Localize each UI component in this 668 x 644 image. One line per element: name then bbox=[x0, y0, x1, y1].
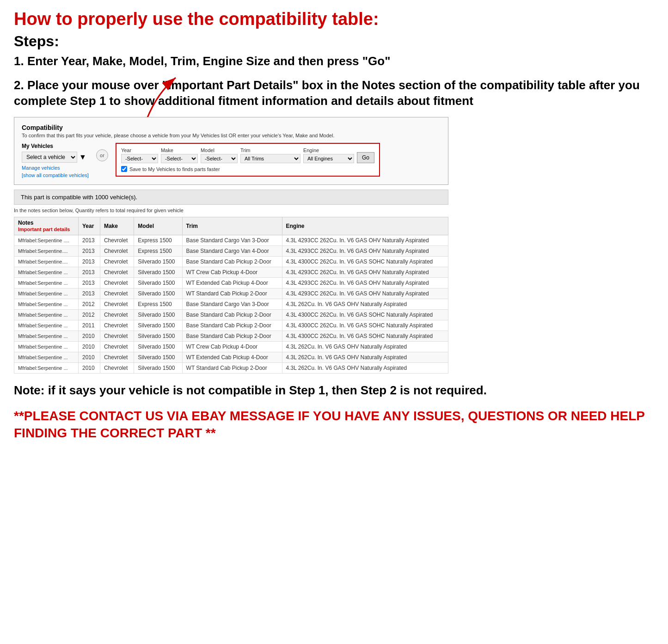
year-select[interactable]: -Select- bbox=[121, 154, 158, 163]
table-row: Mfrlabel:Serpentine ...2012ChevroletExpr… bbox=[14, 299, 448, 310]
notes-cell: Mfrlabel:Serpentine ... bbox=[14, 267, 79, 278]
table-cell: Silverado 1500 bbox=[134, 257, 182, 267]
table-cell: Chevrolet bbox=[100, 320, 134, 331]
step1-text: 1. Enter Year, Make, Model, Trim, Engine… bbox=[14, 54, 654, 69]
table-cell: WT Extended Cab Pickup 4-Door bbox=[182, 278, 282, 288]
table-cell: WT Extended Cab Pickup 4-Door bbox=[182, 352, 282, 363]
table-cell: Base Standard Cab Pickup 2-Door bbox=[182, 257, 282, 267]
table-cell: Chevrolet bbox=[100, 363, 134, 374]
col-model: Model bbox=[134, 217, 182, 235]
go-button[interactable]: Go bbox=[357, 152, 374, 163]
table-row: Mfrlabel:Serpentine ...2012ChevroletSilv… bbox=[14, 310, 448, 320]
table-cell: Chevrolet bbox=[100, 278, 134, 288]
table-cell: 4.3L 4293CC 262Cu. In. V6 GAS OHV Natura… bbox=[282, 235, 448, 246]
notes-cell: Mfrlabel:Serpentine ... bbox=[14, 331, 79, 342]
compat-desc: To confirm that this part fits your vehi… bbox=[22, 133, 441, 138]
table-cell: Express 1500 bbox=[134, 246, 182, 257]
table-cell: Base Standard Cab Pickup 2-Door bbox=[182, 331, 282, 342]
table-row: Mfrlabel:Serpentine....2013ChevroletSilv… bbox=[14, 257, 448, 267]
table-cell: Base Standard Cargo Van 3-Door bbox=[182, 235, 282, 246]
table-cell: Silverado 1500 bbox=[134, 267, 182, 278]
table-cell: 2013 bbox=[79, 246, 100, 257]
table-cell: 2010 bbox=[79, 352, 100, 363]
table-row: Mfrlabel:Serpentine ...2013ChevroletSilv… bbox=[14, 288, 448, 299]
dropdown-icon: ▼ bbox=[79, 153, 86, 161]
note-text: Note: if it says your vehicle is not com… bbox=[14, 383, 654, 399]
col-engine: Engine bbox=[282, 217, 448, 235]
notes-cell: Mfrlabel:Serpentine ... bbox=[14, 342, 79, 352]
table-cell: 4.3L 4293CC 262Cu. In. V6 GAS OHV Natura… bbox=[282, 246, 448, 257]
notes-cell: Mfrlabel:Serpentine ... bbox=[14, 288, 79, 299]
manage-vehicles-link[interactable]: Manage vehicles bbox=[22, 165, 89, 171]
steps-title: Steps: bbox=[14, 33, 654, 50]
table-row: Mfrlabel:Serpentine ...2011ChevroletSilv… bbox=[14, 320, 448, 331]
table-cell: Chevrolet bbox=[100, 352, 134, 363]
table-cell: 4.3L 262Cu. In. V6 GAS OHV Naturally Asp… bbox=[282, 342, 448, 352]
table-cell: 4.3L 262Cu. In. V6 GAS OHV Naturally Asp… bbox=[282, 299, 448, 310]
table-cell: 4.3L 4293CC 262Cu. In. V6 GAS OHV Natura… bbox=[282, 288, 448, 299]
compatibility-table: Notes Important part details Year Make M… bbox=[14, 217, 448, 374]
table-cell: Chevrolet bbox=[100, 235, 134, 246]
table-cell: Chevrolet bbox=[100, 267, 134, 278]
col-make: Make bbox=[100, 217, 134, 235]
compatibility-widget: Compatibility To confirm that this part … bbox=[14, 117, 448, 185]
table-row: Mfrlabel:Serpentine ...2010ChevroletSilv… bbox=[14, 352, 448, 363]
notes-cell: Mfrlabel:Serpentine ... bbox=[14, 310, 79, 320]
table-cell: 4.3L 4293CC 262Cu. In. V6 GAS OHV Natura… bbox=[282, 267, 448, 278]
table-row: Mfrlabel:Serpentine ....2013ChevroletExp… bbox=[14, 235, 448, 246]
table-cell: 4.3L 4300CC 262Cu. In. V6 GAS SOHC Natur… bbox=[282, 310, 448, 320]
or-divider: or bbox=[96, 149, 108, 161]
save-checkbox[interactable] bbox=[121, 166, 127, 172]
table-cell: Chevrolet bbox=[100, 246, 134, 257]
table-cell: Silverado 1500 bbox=[134, 320, 182, 331]
notes-cell: Mfrlabel:Serpentine ... bbox=[14, 363, 79, 374]
table-row: Mfrlabel:Serpentine ...2013ChevroletSilv… bbox=[14, 267, 448, 278]
table-cell: WT Crew Cab Pickup 4-Door bbox=[182, 267, 282, 278]
model-label: Model bbox=[201, 147, 238, 153]
col-notes: Notes Important part details bbox=[14, 217, 79, 235]
table-cell: Chevrolet bbox=[100, 299, 134, 310]
model-select[interactable]: -Select- bbox=[201, 154, 238, 163]
trim-select[interactable]: All Trims bbox=[240, 154, 300, 163]
table-cell: Silverado 1500 bbox=[134, 342, 182, 352]
table-cell: 4.3L 4300CC 262Cu. In. V6 GAS SOHC Natur… bbox=[282, 320, 448, 331]
table-cell: 4.3L 4300CC 262Cu. In. V6 GAS SOHC Natur… bbox=[282, 331, 448, 342]
table-cell: 2013 bbox=[79, 288, 100, 299]
step2-text: 2. Place your mouse over "Important Part… bbox=[14, 78, 654, 109]
table-cell: 2010 bbox=[79, 342, 100, 352]
year-label: Year bbox=[121, 147, 158, 153]
table-cell: Chevrolet bbox=[100, 257, 134, 267]
table-cell: Express 1500 bbox=[134, 235, 182, 246]
col-trim: Trim bbox=[182, 217, 282, 235]
trim-label: Trim bbox=[240, 147, 300, 153]
table-cell: 2011 bbox=[79, 320, 100, 331]
table-cell: 2013 bbox=[79, 235, 100, 246]
quantity-note: In the notes section below, Quantity ref… bbox=[14, 208, 448, 213]
table-row: Mfrlabel:Serpentine ...2013ChevroletSilv… bbox=[14, 278, 448, 288]
make-select[interactable]: -Select- bbox=[161, 154, 198, 163]
my-vehicles-label: My Vehicles bbox=[22, 143, 89, 149]
table-cell: 4.3L 4293CC 262Cu. In. V6 GAS OHV Natura… bbox=[282, 278, 448, 288]
table-cell: 4.3L 262Cu. In. V6 GAS OHV Naturally Asp… bbox=[282, 363, 448, 374]
table-cell: 4.3L 262Cu. In. V6 GAS OHV Naturally Asp… bbox=[282, 352, 448, 363]
table-cell: Silverado 1500 bbox=[134, 310, 182, 320]
table-cell: Chevrolet bbox=[100, 331, 134, 342]
show-all-link[interactable]: [show all compatible vehicles] bbox=[22, 172, 89, 178]
table-cell: Silverado 1500 bbox=[134, 363, 182, 374]
table-cell: 2013 bbox=[79, 257, 100, 267]
notes-cell: Mfrlabel:Serpentine .... bbox=[14, 235, 79, 246]
table-cell: 2010 bbox=[79, 363, 100, 374]
engine-select[interactable]: All Engines bbox=[303, 154, 354, 163]
year-make-section: Year -Select- Make -Select- Model bbox=[116, 143, 380, 177]
table-cell: WT Standard Cab Pickup 2-Door bbox=[182, 363, 282, 374]
col-year: Year bbox=[79, 217, 100, 235]
notes-cell: Mfrlabel:Serpentine.... bbox=[14, 257, 79, 267]
main-title: How to properly use the compatibility ta… bbox=[14, 9, 654, 29]
vehicle-select[interactable]: Select a vehicle bbox=[22, 152, 77, 163]
save-label: Save to My Vehicles to finds parts faste… bbox=[129, 166, 220, 172]
table-row: Mfrlabel:Serpentine ...2010ChevroletSilv… bbox=[14, 363, 448, 374]
table-cell: 2013 bbox=[79, 267, 100, 278]
table-cell: 4.3L 4300CC 262Cu. In. V6 GAS SOHC Natur… bbox=[282, 257, 448, 267]
table-cell: Chevrolet bbox=[100, 310, 134, 320]
table-cell: Chevrolet bbox=[100, 288, 134, 299]
